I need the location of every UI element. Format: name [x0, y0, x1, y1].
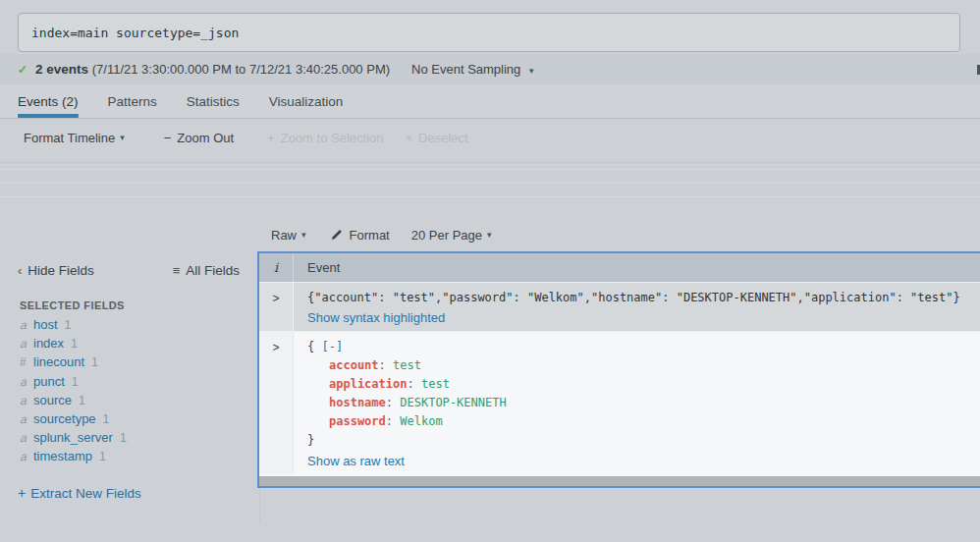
json-value: DESKTOP-KENNETH [400, 396, 506, 409]
field-name: source [33, 393, 72, 407]
hide-fields-button[interactable]: ‹ Hide Fields [18, 263, 94, 278]
json-colon: : [407, 377, 413, 391]
timeline-chart[interactable] [0, 162, 980, 201]
field-name: timestamp [33, 449, 92, 463]
deselect-label: Deselect [418, 131, 468, 145]
json-close-line: } [307, 431, 980, 450]
events-table: i Event > {"account": "test","password":… [257, 251, 980, 488]
info-column-header[interactable]: i [259, 253, 294, 282]
timeline-gridline [0, 162, 980, 163]
hide-fields-label: Hide Fields [27, 263, 94, 278]
plus-icon: + [18, 485, 26, 501]
expand-chevron-icon[interactable]: > [259, 332, 294, 474]
field-type-icon: a [20, 337, 31, 351]
field-item-sourcetype[interactable]: a sourcetype 1 [20, 411, 127, 430]
json-open-line: { [-] [307, 338, 980, 356]
json-key: account [329, 358, 379, 372]
json-colon: : [386, 396, 393, 409]
tab-events[interactable]: Events (2) [18, 84, 79, 118]
json-pair: account: test [307, 356, 980, 375]
json-colon: : [379, 358, 386, 372]
event-column-header: Event [294, 253, 340, 282]
extract-new-fields-label: Extract New Fields [30, 486, 141, 501]
raw-display-dropdown[interactable]: Raw ▾ [271, 228, 306, 243]
field-name: punct [33, 374, 65, 389]
result-bar: ✓ 2 events (7/11/21 3:30:00.000 PM to 7/… [0, 54, 980, 84]
tab-patterns[interactable]: Patterns [108, 84, 157, 118]
selected-fields-list: a host 1 a index 1 # linecount 1 a punct… [20, 317, 127, 468]
json-key: hostname [329, 396, 386, 409]
deselect-button: × Deselect [406, 131, 468, 145]
list-icon: ≡ [173, 263, 181, 278]
show-syntax-highlighted-link[interactable]: Show syntax highlighted [307, 310, 445, 325]
field-count: 1 [99, 450, 106, 463]
json-key: password [329, 414, 386, 428]
field-count: 1 [65, 318, 72, 332]
field-type-icon: a [20, 318, 31, 332]
chevron-down-icon: ▾ [529, 66, 534, 76]
chevron-down-icon: ▾ [301, 230, 306, 240]
format-timeline-dropdown[interactable]: Format Timeline ▾ [24, 131, 125, 145]
field-count: 1 [103, 412, 110, 426]
field-item-splunk-server[interactable]: a splunk_server 1 [20, 430, 127, 449]
time-range: (7/11/21 3:30:00.000 PM to 7/12/21 3:40:… [92, 62, 390, 77]
json-colon: : [386, 414, 393, 428]
field-item-linecount[interactable]: # linecount 1 [20, 354, 127, 373]
all-fields-label: All Fields [186, 263, 240, 278]
minus-icon: − [164, 131, 172, 145]
tab-visualization[interactable]: Visualization [269, 84, 344, 118]
all-fields-button[interactable]: ≡ All Fields [173, 263, 240, 278]
field-name: index [33, 336, 64, 351]
zoom-to-selection-label: Zoom to Selection [281, 131, 384, 145]
event-row-expanded: > { [-] account: test application: test … [259, 331, 980, 474]
field-name: host [33, 317, 58, 332]
selected-fields-heading: SELECTED FIELDS [20, 299, 125, 311]
event-count: 2 events [35, 62, 88, 77]
json-key: application [329, 377, 407, 391]
search-bar[interactable] [18, 13, 960, 52]
json-value: test [393, 358, 421, 372]
field-name: sourcetype [33, 411, 96, 426]
tab-bar: Events (2) Patterns Statistics Visualiza… [0, 84, 980, 119]
plus-icon: + [267, 131, 275, 145]
event-count-summary: 2 events (7/11/21 3:30:00.000 PM to 7/12… [35, 62, 390, 77]
fields-panel-header: ‹ Hide Fields ≡ All Fields [18, 263, 240, 278]
zoom-out-button[interactable]: − Zoom Out [164, 131, 234, 145]
timeline-toolbar: Format Timeline ▾ − Zoom Out + Zoom to S… [0, 120, 980, 155]
show-as-raw-text-link[interactable]: Show as raw text [307, 454, 405, 468]
field-count: 1 [72, 375, 79, 389]
expand-chevron-icon[interactable]: > [259, 283, 294, 331]
timeline-gridline [0, 183, 980, 184]
raw-label: Raw [271, 228, 297, 243]
zoom-to-selection-button: + Zoom to Selection [267, 131, 383, 145]
field-item-timestamp[interactable]: a timestamp 1 [20, 449, 127, 467]
per-page-dropdown[interactable]: 20 Per Page ▾ [411, 228, 492, 243]
event-sampling-dropdown[interactable]: No Event Sampling ▾ [411, 62, 533, 77]
timeline-gridline [0, 176, 980, 177]
extract-new-fields-link[interactable]: + Extract New Fields [18, 485, 141, 501]
field-type-icon: a [20, 412, 31, 426]
field-name: splunk_server [33, 430, 113, 445]
event-sampling-label: No Event Sampling [411, 62, 520, 77]
field-count: 1 [71, 337, 78, 351]
json-pair: hostname: DESKTOP-KENNETH [307, 394, 980, 412]
search-input[interactable] [31, 26, 947, 40]
field-item-source[interactable]: a source 1 [20, 393, 127, 411]
field-item-punct[interactable]: a punct 1 [20, 374, 127, 393]
tab-statistics[interactable]: Statistics [187, 84, 240, 118]
json-pair: application: test [307, 375, 980, 394]
field-count: 1 [120, 431, 127, 445]
field-name: linecount [33, 354, 84, 369]
collapse-json-link[interactable]: [-] [321, 340, 343, 353]
field-item-host[interactable]: a host 1 [20, 317, 127, 336]
format-label: Format [350, 228, 390, 243]
open-brace: { [307, 340, 314, 353]
per-page-label: 20 Per Page [411, 228, 482, 243]
horizontal-scrollbar[interactable] [259, 476, 980, 486]
json-value: Welkom [400, 414, 442, 428]
format-button[interactable]: Format [330, 228, 390, 243]
field-item-index[interactable]: a index 1 [20, 336, 127, 354]
json-value: test [421, 377, 450, 391]
field-type-icon: a [20, 394, 31, 407]
json-pair: password: Welkom [307, 412, 980, 431]
